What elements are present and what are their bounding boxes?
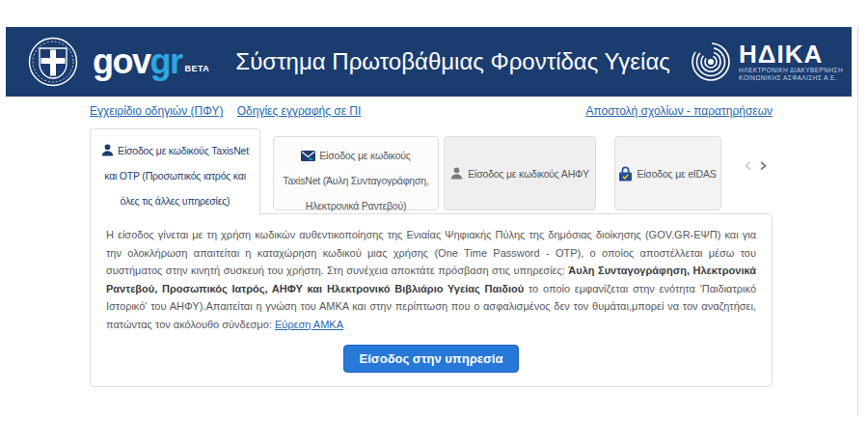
tab-eidas[interactable]: Είσοδος με eIDAS <box>614 136 721 210</box>
tab-label: Είσοδος με κωδικούς TaxisNet και OTP (Πρ… <box>104 145 249 207</box>
app-header: govgr BETA Σύστημα Πρωτοβάθμιας Φροντίδα… <box>6 27 852 97</box>
page-right-border <box>857 27 858 416</box>
hdika-subtitle-2: ΚΟΙΝΩΝΙΚΗΣ ΑΣΦΑΛΙΣΗΣ Α.Ε. <box>739 74 843 82</box>
hdika-spiral-icon <box>690 41 732 83</box>
hdika-logo: ΗΔΙΚΑ ΗΛΕΚΤΡΟΝΙΚΗ ΔΙΑΚΥΒΕΡΝΗΣΗ ΚΟΙΝΩΝΙΚΗ… <box>690 41 843 83</box>
greek-emblem-icon <box>28 37 78 87</box>
tab-taxisnet-otp[interactable]: Είσοδος με κωδικούς TaxisNet και OTP (Πρ… <box>90 128 260 215</box>
hdika-subtitle-1: ΗΛΕΚΤΡΟΝΙΚΗ ΔΙΑΚΥΒΕΡΝΗΣΗ <box>739 67 843 74</box>
envelope-icon <box>301 151 315 161</box>
tab-label: Είσοδος με κωδικούς ΑΗΦΥ <box>468 161 588 186</box>
login-description: Η είσοδος γίνεται με τη χρήση κωδικών αυ… <box>106 226 756 333</box>
tab-label: Είσοδος με eIDAS <box>637 161 716 186</box>
govgr-logo: govgr BETA <box>93 44 209 79</box>
user-icon <box>450 167 463 180</box>
page: govgr BETA Σύστημα Πρωτοβάθμιας Φροντίδα… <box>0 0 868 447</box>
tab-ahfy[interactable]: Είσοδος με κωδικούς ΑΗΦΥ <box>444 136 596 210</box>
tab-taxisnet-ayli[interactable]: Είσοδος με κωδικούς TaxisNet (Άυλη Συντα… <box>273 136 439 210</box>
lock-icon <box>619 166 632 182</box>
govgr-logo-beta-badge: BETA <box>185 64 210 73</box>
user-icon <box>101 144 114 156</box>
feedback-link[interactable]: Αποστολή σχολίων - παρατηρήσεων <box>585 104 773 118</box>
top-links-bar: Εγχειρίδιο οδηγιών (ΠΦΥ) Οδηγίες εγγραφή… <box>90 104 773 118</box>
hdika-name: ΗΔΙΚΑ <box>739 42 843 67</box>
tab-content-panel: Η είσοδος γίνεται με τη χρήση κωδικών αυ… <box>90 213 773 387</box>
register-instructions-link[interactable]: Οδηγίες εγγραφής σε ΠΙ <box>237 104 362 118</box>
page-title: Σύστημα Πρωτοβάθμιας Φροντίδας Υγείας <box>235 48 669 75</box>
login-button[interactable]: Είσοδος στην υπηρεσία <box>343 345 520 373</box>
carousel-next-icon[interactable]: › <box>759 154 768 176</box>
manual-link[interactable]: Εγχειρίδιο οδηγιών (ΠΦΥ) <box>90 104 223 118</box>
carousel-prev-icon[interactable]: ‹ <box>744 154 752 176</box>
amka-search-link[interactable]: Εύρεση ΑΜΚΑ <box>275 319 343 330</box>
hdika-text-block: ΗΔΙΚΑ ΗΛΕΚΤΡΟΝΙΚΗ ΔΙΑΚΥΒΕΡΝΗΣΗ ΚΟΙΝΩΝΙΚΗ… <box>739 42 843 82</box>
govgr-logo-gov: gov <box>93 44 150 79</box>
govgr-logo-gr: gr <box>150 44 182 79</box>
